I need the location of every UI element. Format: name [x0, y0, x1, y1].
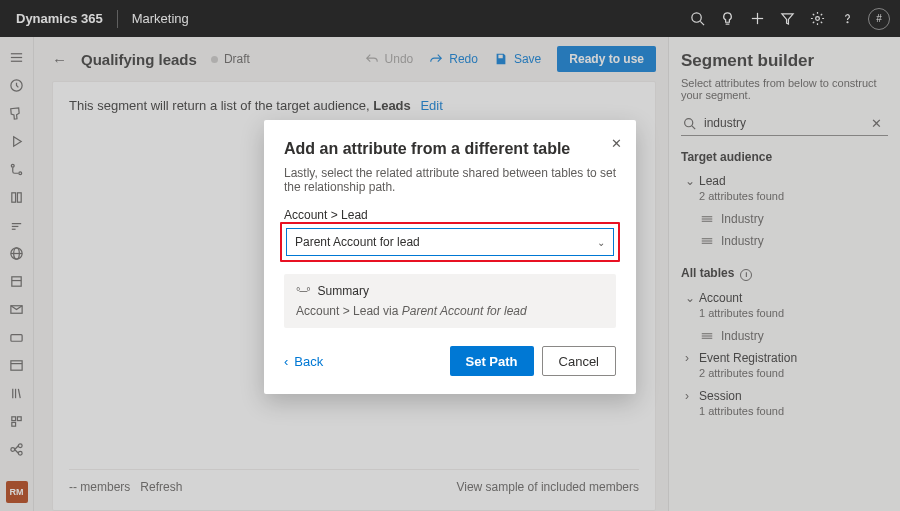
highlighted-region: Parent Account for lead ⌄	[280, 222, 620, 262]
relationship-path-label: Account > Lead	[284, 208, 616, 222]
modal-title: Add an attribute from a different table	[284, 140, 616, 158]
summary-icon: °─°	[296, 285, 310, 297]
back-button[interactable]: ‹Back	[284, 354, 323, 369]
chevron-down-icon: ⌄	[597, 237, 605, 248]
set-path-button[interactable]: Set Path	[450, 346, 534, 376]
summary-via: Parent Account for lead	[402, 304, 527, 318]
summary-label: Summary	[318, 284, 369, 298]
dropdown-value: Parent Account for lead	[295, 235, 420, 249]
modal-description: Lastly, select the related attribute sha…	[284, 166, 616, 194]
cancel-button[interactable]: Cancel	[542, 346, 616, 376]
add-attribute-modal: ✕ Add an attribute from a different tabl…	[264, 120, 636, 394]
summary-path: Account > Lead via	[296, 304, 402, 318]
close-icon[interactable]: ✕	[611, 136, 622, 151]
relationship-dropdown[interactable]: Parent Account for lead ⌄	[286, 228, 614, 256]
